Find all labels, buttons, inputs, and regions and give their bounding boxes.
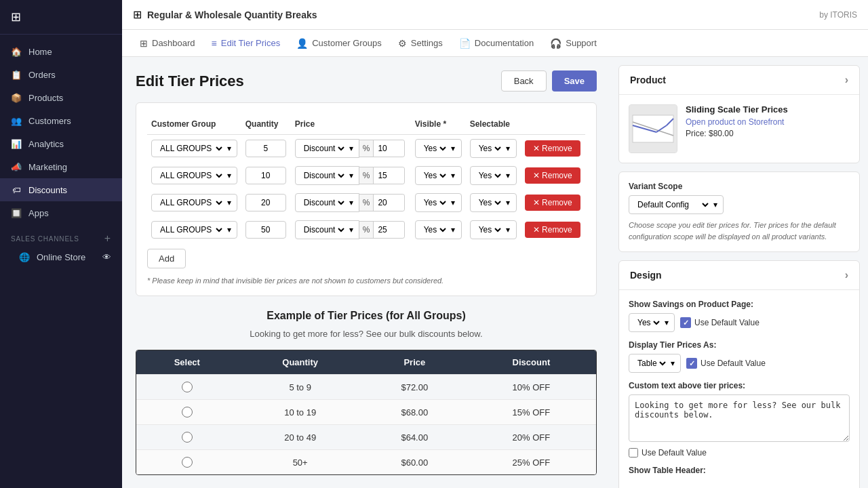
selectable-select-0[interactable]: Yes No [476, 143, 503, 154]
show-savings-checkbox[interactable] [680, 317, 691, 328]
subnav-customer-groups[interactable]: 👤 Customer Groups [290, 34, 389, 53]
sidebar-item-orders[interactable]: 📋 Orders [0, 63, 122, 86]
visible-select-wrap-3[interactable]: Yes No ▾ [415, 220, 462, 239]
visible-select-wrap-1[interactable]: Yes No ▾ [415, 166, 462, 185]
sidebar-item-online-store[interactable]: 🌐 Online Store 👁 [0, 247, 122, 267]
discount-type-wrap-3[interactable]: Discount Fixed ▾ [295, 220, 359, 239]
visible-select-2[interactable]: Yes No [421, 197, 448, 208]
variant-scope-select[interactable]: Default Config [635, 199, 711, 210]
sidebar-item-products[interactable]: 📦 Products [0, 86, 122, 109]
save-button[interactable]: Save [552, 70, 597, 92]
display-as-select-wrap[interactable]: Table List ▾ [629, 354, 681, 373]
visible-select-wrap-2[interactable]: Yes No ▾ [415, 193, 462, 212]
sidebar-item-marketing[interactable]: 📣 Marketing [0, 155, 122, 178]
subnav-edit-tier-prices[interactable]: ≡ Edit Tier Prices [205, 34, 288, 53]
subnav-documentation[interactable]: 📄 Documentation [452, 34, 540, 53]
discount-type-wrap-2[interactable]: Discount Fixed ▾ [295, 193, 359, 212]
display-as-select[interactable]: Table List [635, 358, 668, 369]
variant-scope-note: Choose scope you edit tier prices for. T… [629, 220, 850, 242]
sidebar-item-analytics[interactable]: 📊 Analytics [0, 132, 122, 155]
selectable-select-3[interactable]: Yes No [476, 224, 503, 235]
back-button[interactable]: Back [501, 70, 547, 92]
display-as-use-default-label[interactable]: Use Default Value [686, 358, 766, 369]
group-select-2[interactable]: ALL GROUPS [157, 197, 224, 208]
discount-prefix-3: % [359, 222, 374, 238]
remove-button-3[interactable]: ✕ Remove [525, 222, 580, 238]
group-select-1[interactable]: ALL GROUPS [157, 170, 224, 181]
remove-button-1[interactable]: ✕ Remove [525, 167, 580, 184]
visible-select-wrap-0[interactable]: Yes No ▾ [415, 139, 462, 158]
product-chevron-icon[interactable]: › [845, 74, 848, 86]
sidebar-item-apps[interactable]: 🔲 Apps [0, 201, 122, 224]
selectable-select-wrap-1[interactable]: Yes No ▾ [470, 166, 517, 185]
qty-input-3[interactable] [245, 221, 286, 239]
products-icon: 📦 [11, 92, 22, 103]
qty-input-2[interactable] [245, 194, 286, 211]
show-savings-select[interactable]: Yes No [635, 317, 662, 328]
display-as-checkbox[interactable] [686, 358, 697, 369]
subnav-dashboard[interactable]: ⊞ Dashboard [133, 34, 202, 53]
discount-type-wrap-0[interactable]: Discount Fixed ▾ [295, 139, 359, 158]
add-row-button[interactable]: Add [147, 249, 186, 268]
sidebar-item-home[interactable]: 🏠 Home [0, 40, 122, 63]
ex-radio-1[interactable] [182, 407, 193, 418]
support-icon: 🎧 [550, 38, 561, 49]
discount-type-chevron-1: ▾ [349, 171, 353, 180]
selectable-select-1[interactable]: Yes No [476, 170, 503, 181]
discount-type-select-2[interactable]: Discount Fixed [301, 197, 347, 208]
display-as-control: Table List ▾ Use Default Value [629, 354, 850, 373]
ex-radio-2[interactable] [182, 432, 193, 443]
sidebar-item-label: Home [28, 47, 52, 57]
visible-select-0[interactable]: Yes No [421, 143, 448, 154]
subnav-support[interactable]: 🎧 Support [543, 34, 604, 53]
discount-type-chevron-2: ▾ [349, 198, 353, 207]
sidebar-item-customers[interactable]: 👥 Customers [0, 109, 122, 132]
show-savings-use-default-label[interactable]: Use Default Value [680, 317, 760, 328]
ex-radio-0[interactable] [182, 382, 193, 392]
group-select-wrap-0[interactable]: ALL GROUPS ▾ [151, 140, 237, 157]
sidebar-item-label: Customers [28, 116, 71, 126]
product-storefront-link[interactable]: Open product on Storefront [686, 117, 784, 127]
custom-text-use-default-checkbox[interactable] [629, 448, 638, 458]
custom-text-row: Custom text above tier prices: Looking t… [629, 381, 850, 458]
discount-type-select-3[interactable]: Discount Fixed [301, 224, 347, 235]
discount-num-input-0[interactable] [374, 140, 404, 157]
sidebar-item-label: Products [28, 93, 63, 103]
visible-select-3[interactable]: Yes No [421, 224, 448, 235]
qty-input-0[interactable] [245, 140, 286, 157]
selectable-select-wrap-0[interactable]: Yes No ▾ [470, 139, 517, 158]
selectable-select-2[interactable]: Yes No [476, 197, 503, 208]
group-select-wrap-3[interactable]: ALL GROUPS ▾ [151, 221, 237, 239]
add-channel-icon[interactable]: + [104, 232, 111, 245]
group-select-3[interactable]: ALL GROUPS [157, 224, 224, 235]
custom-text-use-default-label[interactable]: Use Default Value [629, 448, 850, 458]
show-savings-select-wrap[interactable]: Yes No ▾ [629, 313, 675, 332]
discount-type-select-0[interactable]: Discount Fixed [301, 143, 347, 154]
group-select-wrap-1[interactable]: ALL GROUPS ▾ [151, 167, 237, 184]
variant-chevron-icon: ▾ [713, 200, 717, 209]
custom-text-input[interactable]: Looking to get more for less? See our bu… [629, 394, 850, 442]
discount-type-select-1[interactable]: Discount Fixed [301, 170, 347, 181]
remove-button-2[interactable]: ✕ Remove [525, 195, 580, 211]
discount-type-wrap-1[interactable]: Discount Fixed ▾ [295, 166, 359, 185]
group-select-0[interactable]: ALL GROUPS [157, 143, 224, 154]
selectable-select-wrap-2[interactable]: Yes No ▾ [470, 193, 517, 212]
design-card-body: Show Savings on Product Page: Yes No ▾ [619, 290, 859, 488]
discount-num-input-3[interactable] [374, 222, 404, 238]
design-chevron-icon[interactable]: › [845, 269, 848, 281]
selectable-select-wrap-3[interactable]: Yes No ▾ [470, 220, 517, 239]
discount-num-input-2[interactable] [374, 195, 404, 211]
remove-button-0[interactable]: ✕ Remove [525, 140, 580, 157]
sidebar-item-discounts[interactable]: 🏷 Discounts [0, 178, 122, 201]
variant-scope-select-wrap[interactable]: Default Config ▾ [629, 195, 724, 214]
subnav-settings[interactable]: ⚙ Settings [391, 34, 450, 53]
variant-scope-label: Variant Scope [629, 182, 850, 191]
qty-input-1[interactable] [245, 167, 286, 184]
apps-icon: 🔲 [11, 207, 22, 218]
discount-num-input-1[interactable] [374, 167, 404, 184]
ex-radio-3[interactable] [182, 457, 193, 468]
group-select-wrap-2[interactable]: ALL GROUPS ▾ [151, 194, 237, 211]
visible-select-1[interactable]: Yes No [421, 170, 448, 181]
visible-cell-2: Yes No ▾ [411, 189, 466, 216]
example-section: Example of Tier Prices (for All Groups) … [136, 310, 597, 475]
